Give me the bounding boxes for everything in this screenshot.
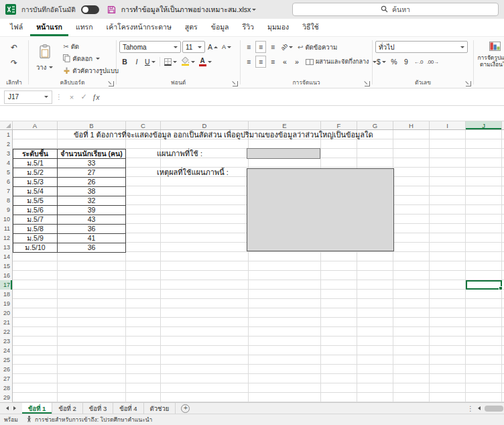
row-header-11[interactable]: 11 [0, 224, 12, 233]
row-header-18[interactable]: 18 [0, 290, 12, 299]
cancel-icon[interactable]: × [66, 93, 78, 101]
underline-button[interactable]: U [143, 56, 157, 68]
table-cell[interactable]: 26 [58, 178, 126, 187]
table-cell[interactable]: ม.5/4 [13, 187, 58, 196]
row-header-1[interactable]: 1 [0, 130, 12, 139]
table-cell[interactable]: 38 [58, 187, 126, 196]
row-header-14[interactable]: 14 [0, 252, 12, 261]
table-cell[interactable]: 36 [58, 243, 126, 253]
scrollbar-thumb[interactable] [485, 406, 503, 412]
name-box[interactable]: J17 [4, 90, 52, 104]
orientation-button[interactable]: ab [279, 41, 294, 53]
font-size-combobox[interactable]: 11 [182, 41, 205, 53]
table-cell[interactable]: ม.5/2 [13, 168, 58, 178]
row-header-19[interactable]: 19 [0, 299, 12, 308]
save-icon[interactable] [107, 5, 116, 14]
comma-style-button[interactable]: 9 [401, 56, 412, 68]
enter-check-icon[interactable]: ✓ [78, 93, 90, 101]
font-name-combobox[interactable]: Tahoma [119, 41, 181, 53]
ribbon-tab-2[interactable]: หน้าแรก [30, 19, 68, 36]
row-header-8[interactable]: 8 [0, 196, 12, 205]
table-cell[interactable]: ม.5/3 [13, 178, 58, 187]
cell-title-text[interactable]: ข้อที่ 1 ต้องการที่จะแสดงข้อมูล ออกเป็นส… [74, 130, 373, 139]
ribbon-tab-9[interactable]: วิธีใช้ [296, 19, 325, 36]
column-header-G[interactable]: G [357, 121, 393, 129]
format-painter-button[interactable]: ตัวคัดวางรูปแบบ [61, 64, 121, 76]
wrap-text-button[interactable]: ↩ตัดข้อความ [296, 41, 339, 53]
merge-center-button[interactable]: ผสานและจัดกึ่งกลาง [304, 56, 379, 68]
tab-splitter-grip[interactable]: ⋮ [467, 405, 474, 412]
search-input[interactable]: ค้นหา [292, 3, 499, 16]
column-header-E[interactable]: E [249, 121, 321, 129]
middle-align-button[interactable]: ≡ [255, 41, 266, 53]
increase-indent-button[interactable]: » [292, 56, 302, 68]
cut-button[interactable]: ✂ตัด [61, 40, 121, 52]
insert-function-icon[interactable]: ƒx [90, 93, 102, 101]
table-cell[interactable]: ม.5/6 [13, 206, 58, 215]
row-header-26[interactable]: 26 [0, 365, 12, 374]
row-header-22[interactable]: 22 [0, 327, 12, 337]
sheet-scroll-right-icon[interactable] [13, 406, 16, 410]
reason-answer-box[interactable] [247, 168, 394, 251]
ribbon-tab-3[interactable]: แทรก [70, 19, 99, 36]
decrease-indent-button[interactable]: « [279, 56, 290, 68]
row-header-17[interactable]: 17 [0, 280, 12, 290]
sheet-tab-1[interactable]: ข้อที่ 1 [22, 403, 52, 414]
table-cell[interactable]: 32 [58, 196, 126, 206]
row-header-12[interactable]: 12 [0, 233, 12, 243]
row-header-28[interactable]: 28 [0, 383, 12, 393]
row-header-13[interactable]: 13 [0, 243, 12, 252]
accounting-format-button[interactable]: $ [375, 56, 387, 68]
table-cell[interactable]: ม.5/1 [13, 159, 58, 168]
column-header-H[interactable]: H [393, 121, 430, 129]
ribbon-tab-1[interactable]: ไฟล์ [4, 19, 29, 36]
row-header-25[interactable]: 25 [0, 355, 12, 365]
percent-style-button[interactable]: % [389, 56, 399, 68]
row-header-21[interactable]: 21 [0, 318, 12, 327]
cell-reason-label[interactable]: เหตุผลที่ใช้แผนภาพนี้ : [157, 168, 229, 177]
italic-button[interactable]: I [131, 56, 142, 68]
bottom-align-button[interactable]: ≡ [267, 41, 278, 53]
grid-body[interactable]: 1234567891011121314151617181920212223242… [0, 130, 504, 402]
font-dialog-launcher[interactable] [233, 81, 238, 86]
chart-answer-box[interactable] [247, 148, 320, 159]
new-sheet-button[interactable]: + [181, 404, 190, 413]
row-header-15[interactable]: 15 [0, 261, 12, 271]
select-all-corner[interactable] [0, 121, 13, 129]
increase-decimal-button[interactable]: ←.0 [413, 56, 424, 68]
column-header-C[interactable]: C [126, 121, 161, 129]
autosave-toggle[interactable] [81, 5, 99, 14]
row-header-29[interactable]: 29 [0, 393, 12, 402]
table-cell[interactable]: ม.5/9 [13, 234, 58, 243]
row-header-10[interactable]: 10 [0, 215, 12, 224]
row-header-2[interactable]: 2 [0, 139, 12, 149]
column-header-D[interactable]: D [161, 121, 249, 129]
shrink-font-button[interactable]: A [220, 41, 233, 53]
table-cell[interactable]: 33 [58, 159, 126, 168]
table-cell[interactable]: 27 [58, 168, 126, 178]
ribbon-tab-8[interactable]: มุมมอง [261, 19, 295, 36]
ribbon-tab-6[interactable]: ข้อมูล [205, 19, 235, 36]
ribbon-tab-7[interactable]: รีวิว [237, 19, 260, 36]
table-cell[interactable]: ม.5/8 [13, 225, 58, 234]
row-header-4[interactable]: 4 [0, 158, 12, 168]
table-cell[interactable]: 43 [58, 215, 126, 225]
name-box-splitter[interactable]: ⋮ [56, 93, 62, 101]
row-header-9[interactable]: 9 [0, 205, 12, 215]
table-cell[interactable]: 41 [58, 234, 126, 243]
clipboard-dialog-launcher[interactable] [109, 81, 114, 86]
borders-button[interactable] [163, 56, 178, 68]
align-center-button[interactable]: ≡ [255, 56, 266, 68]
row-header-16[interactable]: 16 [0, 271, 12, 280]
conditional-formatting-button[interactable]: การจัดรูปแบบตามเงื่อนไข [477, 40, 504, 69]
grow-font-button[interactable]: A [206, 41, 219, 53]
number-dialog-launcher[interactable] [466, 81, 471, 86]
align-left-button[interactable]: ≡ [243, 56, 254, 68]
sheet-tab-3[interactable]: ข้อที่ 3 [83, 403, 113, 414]
cell-chart-label[interactable]: แผนภาพที่ใช้ : [157, 149, 202, 158]
top-align-button[interactable]: ≡ [243, 41, 254, 53]
column-header-A[interactable]: A [13, 121, 58, 129]
row-header-20[interactable]: 20 [0, 308, 12, 318]
column-header-J[interactable]: J [466, 121, 502, 129]
table-cell[interactable]: ม.5/5 [13, 196, 58, 206]
